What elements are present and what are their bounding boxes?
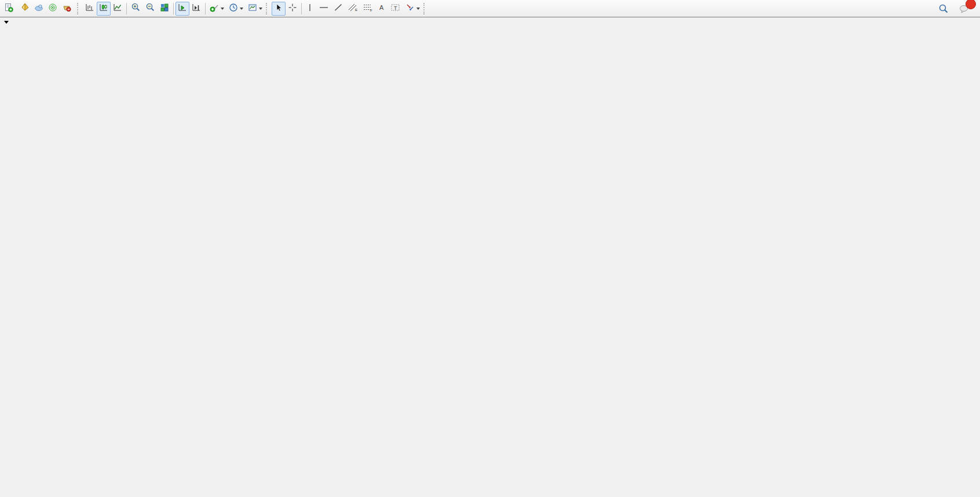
- candlestick-chart-icon: [99, 3, 108, 14]
- text-button[interactable]: A: [375, 2, 388, 16]
- horizontal-line-button[interactable]: [316, 2, 331, 16]
- svg-text:T: T: [394, 5, 397, 10]
- toolbar-grip: [266, 3, 269, 14]
- auto-trading-icon: [62, 3, 71, 14]
- toolbar-grip: [423, 3, 427, 14]
- fibonacci-icon: F: [363, 3, 373, 14]
- horizontal-line-icon: [319, 3, 329, 14]
- auto-scroll-button[interactable]: [175, 2, 189, 16]
- price-chart[interactable]: [0, 17, 980, 497]
- new-order-button[interactable]: [2, 2, 18, 16]
- candlestick-chart-button[interactable]: [97, 2, 111, 16]
- tile-windows-icon: [160, 3, 169, 14]
- toolbar-separator: [126, 3, 127, 14]
- fibonacci-button[interactable]: F: [360, 2, 375, 16]
- community-button[interactable]: [32, 2, 46, 16]
- periods-button[interactable]: [226, 2, 246, 16]
- bar-chart-button[interactable]: [83, 2, 97, 16]
- channel-button[interactable]: E: [345, 2, 360, 16]
- radar-icon: [48, 3, 57, 14]
- arrows-caret-icon: [416, 8, 420, 10]
- equidistant-channel-icon: E: [348, 3, 358, 14]
- kite-icon: [20, 3, 30, 14]
- crosshair-button[interactable]: [286, 2, 299, 16]
- indicators-icon: [210, 3, 219, 14]
- zoom-in-icon: [131, 2, 141, 14]
- toolbar-grip: [77, 3, 81, 14]
- text-label-button[interactable]: T: [388, 2, 403, 16]
- periods-caret-icon: [240, 8, 243, 10]
- zoom-in-button[interactable]: [129, 2, 143, 16]
- zoom-out-icon: [145, 2, 155, 14]
- line-chart-icon: [113, 3, 122, 14]
- toolbar-separator: [301, 3, 302, 14]
- new-order-icon: [4, 3, 13, 14]
- line-chart-button[interactable]: [111, 2, 125, 16]
- indicators-button[interactable]: [207, 2, 226, 16]
- toolbar-separator: [205, 3, 206, 14]
- chart-window: [0, 17, 980, 497]
- vertical-line-icon: [306, 3, 314, 14]
- arrows-button[interactable]: [403, 2, 422, 16]
- chart-shift-icon: [192, 3, 201, 14]
- profile-button[interactable]: [18, 2, 32, 16]
- clock-icon: [229, 3, 238, 14]
- text-icon: A: [378, 3, 386, 14]
- svg-text:A: A: [379, 4, 384, 11]
- auto-trading-button[interactable]: [60, 2, 76, 16]
- text-label-icon: T: [390, 3, 401, 14]
- cloud-user-icon: [34, 3, 43, 14]
- search-icon: [938, 3, 949, 14]
- bar-chart-icon: [85, 3, 94, 14]
- tile-windows-button[interactable]: [158, 2, 171, 16]
- vertical-line-button[interactable]: [303, 2, 316, 16]
- search-button[interactable]: [936, 2, 951, 16]
- arrows-icon: [405, 3, 415, 14]
- svg-text:F: F: [370, 9, 372, 12]
- signals-button[interactable]: [46, 2, 60, 16]
- cursor-button[interactable]: [272, 2, 286, 16]
- trendline-icon: [334, 3, 343, 14]
- zoom-out-button[interactable]: [143, 2, 158, 16]
- notifications-button[interactable]: [957, 2, 972, 16]
- crosshair-icon: [288, 3, 297, 14]
- main-toolbar: E F A T: [0, 0, 980, 17]
- cursor-arrow-icon: [274, 3, 283, 14]
- notification-badge: [966, 0, 976, 9]
- toolbar-right-icons: [936, 2, 972, 16]
- templates-button[interactable]: [246, 2, 265, 16]
- templates-caret-icon: [259, 8, 262, 10]
- auto-scroll-icon: [178, 3, 187, 14]
- indicators-caret-icon: [221, 8, 224, 10]
- template-icon: [248, 3, 257, 14]
- chart-shift-button[interactable]: [189, 2, 203, 16]
- toolbar-separator: [173, 3, 174, 14]
- svg-text:E: E: [355, 8, 357, 12]
- trendline-button[interactable]: [331, 2, 345, 16]
